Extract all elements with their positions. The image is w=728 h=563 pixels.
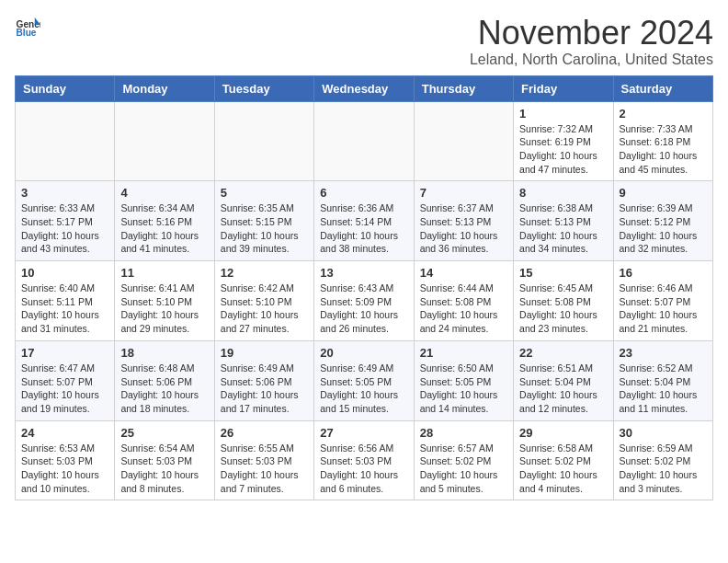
- day-number: 22: [519, 346, 607, 360]
- day-number: 5: [221, 186, 308, 200]
- day-info: Sunrise: 6:57 AM Sunset: 5:02 PM Dayligh…: [420, 442, 507, 496]
- calendar-cell: 12Sunrise: 6:42 AM Sunset: 5:10 PM Dayli…: [214, 261, 313, 341]
- column-header-sunday: Sunday: [16, 75, 115, 101]
- svg-text:Blue: Blue: [17, 28, 37, 38]
- calendar-header-row: SundayMondayTuesdayWednesdayThursdayFrid…: [16, 75, 713, 101]
- title-area: November 2024 Leland, North Carolina, Un…: [470, 15, 713, 68]
- calendar-cell: 14Sunrise: 6:44 AM Sunset: 5:08 PM Dayli…: [414, 261, 513, 341]
- calendar-cell: 21Sunrise: 6:50 AM Sunset: 5:05 PM Dayli…: [414, 340, 513, 420]
- day-number: 29: [519, 426, 607, 440]
- day-number: 30: [620, 426, 707, 440]
- day-info: Sunrise: 6:36 AM Sunset: 5:14 PM Dayligh…: [320, 201, 407, 256]
- column-header-monday: Monday: [115, 75, 214, 101]
- calendar-cell: 25Sunrise: 6:54 AM Sunset: 5:03 PM Dayli…: [115, 420, 214, 500]
- day-info: Sunrise: 6:55 AM Sunset: 5:03 PM Dayligh…: [221, 442, 308, 496]
- calendar-table: SundayMondayTuesdayWednesdayThursdayFrid…: [15, 75, 713, 501]
- day-info: Sunrise: 6:35 AM Sunset: 5:15 PM Dayligh…: [221, 201, 308, 256]
- day-info: Sunrise: 6:52 AM Sunset: 5:04 PM Dayligh…: [620, 362, 707, 416]
- calendar-cell: 5Sunrise: 6:35 AM Sunset: 5:15 PM Daylig…: [214, 181, 313, 261]
- day-info: Sunrise: 6:59 AM Sunset: 5:02 PM Dayligh…: [620, 442, 707, 496]
- day-info: Sunrise: 6:39 AM Sunset: 5:12 PM Dayligh…: [620, 201, 707, 256]
- day-info: Sunrise: 7:33 AM Sunset: 6:18 PM Dayligh…: [620, 122, 707, 177]
- calendar-cell: 28Sunrise: 6:57 AM Sunset: 5:02 PM Dayli…: [414, 420, 513, 500]
- day-info: Sunrise: 6:41 AM Sunset: 5:10 PM Dayligh…: [120, 282, 208, 336]
- month-title: November 2024: [470, 15, 713, 52]
- day-number: 9: [620, 186, 707, 200]
- day-number: 19: [221, 346, 308, 360]
- day-number: 11: [120, 266, 208, 280]
- day-info: Sunrise: 6:48 AM Sunset: 5:06 PM Dayligh…: [120, 362, 208, 416]
- calendar-cell: 4Sunrise: 6:34 AM Sunset: 5:16 PM Daylig…: [115, 181, 214, 261]
- logo-icon: General Blue: [15, 15, 40, 40]
- calendar-cell: 2Sunrise: 7:33 AM Sunset: 6:18 PM Daylig…: [613, 101, 712, 181]
- day-info: Sunrise: 6:40 AM Sunset: 5:11 PM Dayligh…: [21, 282, 108, 336]
- calendar-cell: 3Sunrise: 6:33 AM Sunset: 5:17 PM Daylig…: [16, 181, 115, 261]
- calendar-cell: [115, 101, 214, 181]
- calendar-cell: 23Sunrise: 6:52 AM Sunset: 5:04 PM Dayli…: [613, 340, 712, 420]
- day-info: Sunrise: 6:51 AM Sunset: 5:04 PM Dayligh…: [519, 362, 607, 416]
- day-info: Sunrise: 6:58 AM Sunset: 5:02 PM Dayligh…: [519, 442, 607, 496]
- calendar-cell: [214, 101, 313, 181]
- day-number: 15: [519, 266, 607, 280]
- calendar-cell: [16, 101, 115, 181]
- day-number: 28: [420, 426, 507, 440]
- calendar-cell: [314, 101, 414, 181]
- calendar-cell: 16Sunrise: 6:46 AM Sunset: 5:07 PM Dayli…: [613, 261, 712, 341]
- day-number: 25: [120, 426, 208, 440]
- day-number: 10: [21, 266, 108, 280]
- calendar-week-row: 10Sunrise: 6:40 AM Sunset: 5:11 PM Dayli…: [16, 261, 713, 341]
- day-number: 20: [320, 346, 407, 360]
- calendar-cell: 6Sunrise: 6:36 AM Sunset: 5:14 PM Daylig…: [314, 181, 414, 261]
- calendar-cell: [414, 101, 513, 181]
- calendar-cell: 8Sunrise: 6:38 AM Sunset: 5:13 PM Daylig…: [514, 181, 613, 261]
- day-info: Sunrise: 6:45 AM Sunset: 5:08 PM Dayligh…: [519, 282, 607, 336]
- day-info: Sunrise: 6:37 AM Sunset: 5:13 PM Dayligh…: [420, 201, 507, 256]
- day-number: 12: [221, 266, 308, 280]
- logo: General Blue: [15, 15, 40, 40]
- calendar-cell: 22Sunrise: 6:51 AM Sunset: 5:04 PM Dayli…: [514, 340, 613, 420]
- day-number: 4: [120, 186, 208, 200]
- column-header-saturday: Saturday: [613, 75, 712, 101]
- day-info: Sunrise: 6:47 AM Sunset: 5:07 PM Dayligh…: [21, 362, 108, 416]
- day-info: Sunrise: 6:46 AM Sunset: 5:07 PM Dayligh…: [620, 282, 707, 336]
- day-number: 26: [221, 426, 308, 440]
- calendar-week-row: 3Sunrise: 6:33 AM Sunset: 5:17 PM Daylig…: [16, 181, 713, 261]
- calendar-cell: 24Sunrise: 6:53 AM Sunset: 5:03 PM Dayli…: [16, 420, 115, 500]
- day-number: 13: [320, 266, 407, 280]
- day-info: Sunrise: 6:49 AM Sunset: 5:05 PM Dayligh…: [320, 362, 407, 416]
- day-number: 6: [320, 186, 407, 200]
- column-header-wednesday: Wednesday: [314, 75, 414, 101]
- day-number: 1: [519, 107, 607, 121]
- calendar-cell: 13Sunrise: 6:43 AM Sunset: 5:09 PM Dayli…: [314, 261, 414, 341]
- day-number: 7: [420, 186, 507, 200]
- calendar-cell: 20Sunrise: 6:49 AM Sunset: 5:05 PM Dayli…: [314, 340, 414, 420]
- day-number: 16: [620, 266, 707, 280]
- calendar-cell: 29Sunrise: 6:58 AM Sunset: 5:02 PM Dayli…: [514, 420, 613, 500]
- day-info: Sunrise: 6:50 AM Sunset: 5:05 PM Dayligh…: [420, 362, 507, 416]
- calendar-cell: 9Sunrise: 6:39 AM Sunset: 5:12 PM Daylig…: [613, 181, 712, 261]
- location-title: Leland, North Carolina, United States: [470, 52, 713, 68]
- day-number: 23: [620, 346, 707, 360]
- calendar-cell: 30Sunrise: 6:59 AM Sunset: 5:02 PM Dayli…: [613, 420, 712, 500]
- day-number: 24: [21, 426, 108, 440]
- calendar-cell: 26Sunrise: 6:55 AM Sunset: 5:03 PM Dayli…: [214, 420, 313, 500]
- day-number: 8: [519, 186, 607, 200]
- day-number: 21: [420, 346, 507, 360]
- calendar-cell: 7Sunrise: 6:37 AM Sunset: 5:13 PM Daylig…: [414, 181, 513, 261]
- day-info: Sunrise: 6:43 AM Sunset: 5:09 PM Dayligh…: [320, 282, 407, 336]
- day-info: Sunrise: 6:44 AM Sunset: 5:08 PM Dayligh…: [420, 282, 507, 336]
- calendar-week-row: 1Sunrise: 7:32 AM Sunset: 6:19 PM Daylig…: [16, 101, 713, 181]
- day-number: 27: [320, 426, 407, 440]
- day-info: Sunrise: 6:56 AM Sunset: 5:03 PM Dayligh…: [320, 442, 407, 496]
- day-number: 3: [21, 186, 108, 200]
- day-info: Sunrise: 6:34 AM Sunset: 5:16 PM Dayligh…: [120, 201, 208, 256]
- day-info: Sunrise: 6:42 AM Sunset: 5:10 PM Dayligh…: [221, 282, 308, 336]
- page-header: General Blue November 2024 Leland, North…: [15, 15, 713, 68]
- calendar-cell: 1Sunrise: 7:32 AM Sunset: 6:19 PM Daylig…: [514, 101, 613, 181]
- calendar-week-row: 17Sunrise: 6:47 AM Sunset: 5:07 PM Dayli…: [16, 340, 713, 420]
- day-info: Sunrise: 6:49 AM Sunset: 5:06 PM Dayligh…: [221, 362, 308, 416]
- column-header-tuesday: Tuesday: [214, 75, 313, 101]
- day-number: 18: [120, 346, 208, 360]
- day-info: Sunrise: 6:33 AM Sunset: 5:17 PM Dayligh…: [21, 201, 108, 256]
- day-number: 14: [420, 266, 507, 280]
